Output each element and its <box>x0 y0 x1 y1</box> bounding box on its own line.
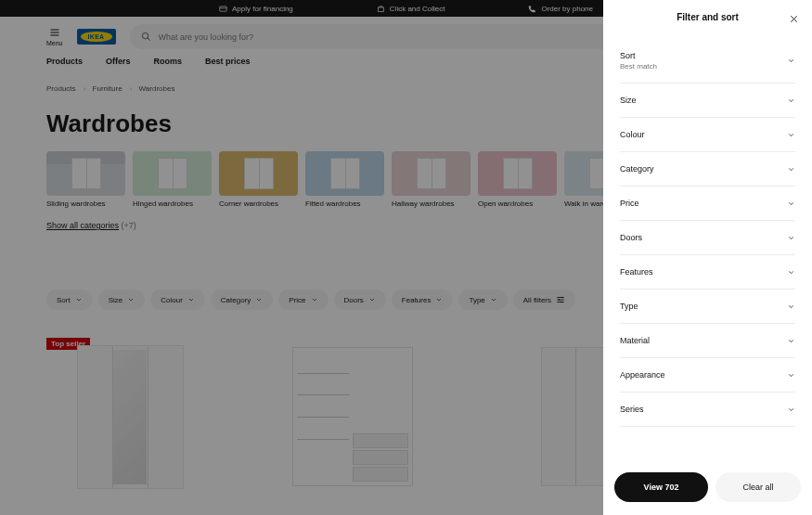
chevron-down-icon <box>787 234 795 242</box>
filter-category[interactable]: Category <box>620 152 795 187</box>
chevron-down-icon <box>787 200 795 208</box>
filter-series[interactable]: Series <box>620 393 795 427</box>
chevron-down-icon <box>787 131 795 139</box>
panel-title: Filter and sort <box>677 12 739 22</box>
chevron-down-icon <box>787 57 795 65</box>
filter-colour[interactable]: Colour <box>620 118 795 152</box>
chevron-down-icon <box>787 371 795 380</box>
close-button[interactable] <box>789 11 799 28</box>
chevron-down-icon <box>787 97 795 105</box>
chevron-down-icon <box>787 303 795 311</box>
filter-appearance[interactable]: Appearance <box>620 358 795 393</box>
chevron-down-icon <box>787 337 795 345</box>
panel-footer: View 702 Clear all <box>603 459 812 515</box>
chevron-down-icon <box>787 406 795 414</box>
filter-sort[interactable]: SortBest match <box>620 34 795 84</box>
filter-list: SortBest match Size Colour Category Pric… <box>603 34 812 459</box>
filter-size[interactable]: Size <box>620 84 795 118</box>
filter-price[interactable]: Price <box>620 187 795 221</box>
panel-header: Filter and sort <box>603 0 812 34</box>
filter-type[interactable]: Type <box>620 290 795 324</box>
close-icon <box>789 14 799 24</box>
view-results-button[interactable]: View 702 <box>614 472 708 502</box>
clear-all-button[interactable]: Clear all <box>715 472 801 502</box>
chevron-down-icon <box>787 165 795 174</box>
filter-features[interactable]: Features <box>620 255 795 290</box>
filter-material[interactable]: Material <box>620 324 795 358</box>
filter-panel: Filter and sort SortBest match Size Colo… <box>603 0 812 515</box>
filter-doors[interactable]: Doors <box>620 221 795 255</box>
chevron-down-icon <box>787 268 795 277</box>
